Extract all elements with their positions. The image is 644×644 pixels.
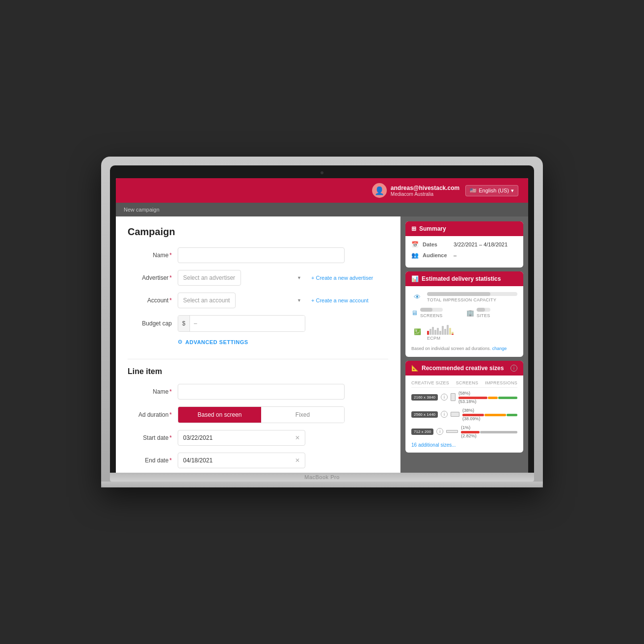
building-icon: 🏢	[466, 309, 474, 317]
language-selector[interactable]: 🇺🇸 English (US) ▾	[465, 185, 518, 196]
user-info: andreas@hivestack.com Mediacom Australia	[391, 185, 459, 197]
summary-card: ⊞ Summary 📅 Dates 3/22/2021 – 4/18/2021	[405, 221, 523, 268]
required-star: *	[169, 252, 172, 259]
size-row-1: 2160 x 3840 i (58%)	[411, 391, 517, 404]
creative-sizes-header: 📐 Recommended creative sizes i	[405, 361, 523, 376]
settings-icon: ⊙	[178, 339, 183, 345]
delivery-card: 📊 Estimated delivery statistics 👁	[405, 271, 523, 357]
line-item-section: Line item Name*	[128, 367, 388, 473]
budget-label: Budget cap	[128, 320, 172, 327]
summary-dates-row: 📅 Dates 3/22/2021 – 4/18/2021	[411, 241, 517, 248]
advertiser-label: Advertiser*	[128, 274, 172, 281]
budget-input[interactable]	[190, 316, 305, 331]
screens-pct-2: (38%)	[462, 408, 517, 413]
breadcrumb-bar: New campaign	[116, 203, 528, 216]
end-date-wrapper: ✕	[178, 453, 305, 468]
breadcrumb: New campaign	[124, 207, 160, 213]
screens-sites-row: 🖥 SCREENS	[411, 308, 517, 318]
ad-duration-row: Ad duration* Based on screen Fixed	[128, 406, 388, 423]
creative-sizes-body: CREATIVE SIZES SCREENS IMPRESSIONS 2160 …	[405, 376, 523, 453]
size-stats-3: (1%) (2.82%)	[461, 425, 517, 438]
delivery-body: 👁 TOTAL IMPRESSION CAPACITY	[405, 286, 523, 357]
advanced-settings-toggle[interactable]: ⊙ ADVANCED SETTINGS	[178, 339, 388, 345]
name-row: Name*	[128, 247, 388, 263]
line-item-name-input[interactable]	[178, 384, 345, 400]
col-screens: SCREENS	[456, 380, 479, 385]
ad-duration-toggle: Based on screen Fixed	[178, 406, 345, 423]
delivery-icon: 📊	[411, 275, 419, 282]
ecpm-stat: 💹	[411, 323, 517, 341]
budget-row: Budget cap $	[128, 315, 388, 332]
size-info-icon-2[interactable]: i	[441, 411, 448, 418]
sizes-header-row: CREATIVE SIZES SCREENS IMPRESSIONS	[411, 380, 517, 388]
app-container: 👤 andreas@hivestack.com Mediacom Austral…	[116, 178, 528, 473]
budget-input-wrapper: $	[178, 315, 305, 332]
summary-title: Summary	[419, 225, 446, 232]
advertiser-select[interactable]: Select an advertiser	[178, 270, 241, 286]
ecpm-label: ECPM	[427, 336, 517, 341]
campaign-name-input[interactable]	[178, 247, 345, 263]
sizes-icon: 📐	[411, 365, 419, 372]
sites-content: SITES	[477, 308, 490, 318]
impression-bar-bg	[427, 292, 517, 296]
size-stats-2: (38%) (38.09%)	[462, 408, 517, 421]
change-link[interactable]: change	[492, 346, 507, 351]
size-stats-1: (58%) (53.18%)	[458, 391, 517, 404]
info-icon[interactable]: i	[510, 365, 517, 372]
size-preview-wide-2	[451, 412, 459, 417]
additional-sizes-link[interactable]: 16 additional sizes...	[411, 442, 517, 448]
impression-bar	[427, 292, 490, 296]
sites-bar-bg	[477, 308, 490, 312]
size-badge-2: 2560 x 1440	[411, 411, 438, 418]
right-panel: ⊞ Summary 📅 Dates 3/22/2021 – 4/18/2021	[401, 216, 528, 473]
size-row-2: 2560 x 1440 i (38%)	[411, 408, 517, 421]
screen-icon: 🖥	[411, 309, 418, 317]
ad-duration-label: Ad duration*	[128, 411, 172, 418]
li-name-label: Name*	[128, 388, 172, 395]
creative-sizes-card: 📐 Recommended creative sizes i CREATIVE …	[405, 361, 523, 453]
lang-label: English (US)	[479, 188, 509, 193]
start-date-input[interactable]	[183, 434, 295, 441]
account-row: Account* Select an account + Create a ne…	[128, 293, 388, 308]
create-account-link[interactable]: + Create a new account	[311, 297, 369, 303]
user-company: Mediacom Australia	[391, 191, 459, 197]
budget-prefix: $	[178, 316, 190, 331]
size-badge-1: 2160 x 3840	[411, 394, 438, 401]
app-header: 👤 andreas@hivestack.com Mediacom Austral…	[116, 178, 528, 203]
dates-value: 3/22/2021 – 4/18/2021	[454, 242, 508, 247]
ad-duration-based-btn[interactable]: Based on screen	[178, 407, 261, 423]
summary-body: 📅 Dates 3/22/2021 – 4/18/2021 👥 Audience…	[405, 236, 523, 268]
chevron-down-icon: ▾	[511, 188, 514, 194]
end-date-label: End date*	[128, 457, 172, 464]
sites-bar	[477, 308, 485, 312]
calendar-icon: 📅	[411, 241, 419, 248]
size-info-icon-3[interactable]: i	[436, 428, 443, 435]
screens-bar-bg	[420, 308, 443, 312]
creative-sizes-title: Recommended creative sizes	[422, 365, 504, 372]
end-date-row: End date* ✕	[128, 453, 388, 468]
account-label: Account*	[128, 297, 172, 304]
ad-duration-fixed-btn[interactable]: Fixed	[261, 407, 344, 423]
section-divider	[128, 359, 388, 359]
summary-header: ⊞ Summary	[405, 221, 523, 236]
size-bar-2	[462, 414, 517, 416]
start-date-row: Start date* ✕	[128, 430, 388, 446]
size-badge-3: 712 x 200	[411, 429, 433, 435]
account-select[interactable]: Select an account	[178, 293, 236, 308]
delivery-header: 📊 Estimated delivery statistics	[405, 271, 523, 286]
camera-dot	[321, 171, 323, 174]
create-advertiser-link[interactable]: + Create a new advertiser	[311, 275, 373, 281]
avatar: 👤	[372, 183, 387, 198]
sites-item: 🏢 SITES	[466, 308, 517, 318]
start-date-clear-icon[interactable]: ✕	[295, 434, 300, 441]
campaign-title: Campaign	[128, 226, 388, 238]
size-row-3: 712 x 200 i (1%)	[411, 425, 517, 438]
end-date-input[interactable]	[183, 457, 295, 464]
campaign-section: Campaign Name*	[128, 226, 388, 345]
col-impressions: IMPRESSIONS	[485, 380, 517, 385]
end-date-clear-icon[interactable]: ✕	[295, 457, 300, 464]
eye-stat-icon: 👁	[411, 291, 423, 303]
name-label: Name*	[128, 252, 172, 259]
size-info-icon-1[interactable]: i	[441, 394, 448, 401]
flag-icon: 🇺🇸	[470, 188, 477, 194]
